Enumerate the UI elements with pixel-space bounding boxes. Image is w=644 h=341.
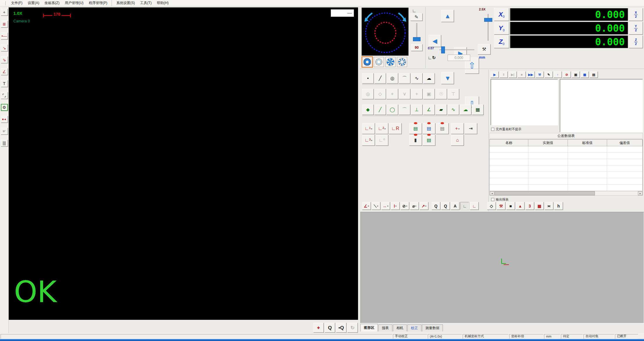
- show-option-checkbox[interactable]: [491, 128, 494, 131]
- ring-light-full-button[interactable]: [362, 57, 372, 67]
- menu-item[interactable]: 坐标系(Z): [42, 0, 62, 6]
- construct-point-line-button[interactable]: ⊥: [411, 104, 423, 115]
- save-card-button[interactable]: ▤: [423, 135, 435, 146]
- image-capture-button[interactable]: ▣: [423, 89, 435, 99]
- barcode-button[interactable]: |||: [1, 140, 8, 147]
- focus-tool-button[interactable]: +: [1, 9, 8, 16]
- edit-button[interactable]: ✎: [545, 71, 553, 78]
- save-file-button[interactable]: ▮: [409, 135, 422, 146]
- view-probe-button[interactable]: ▲: [516, 202, 525, 210]
- upload-button[interactable]: ↑: [554, 71, 562, 78]
- view-tab[interactable]: 图形区: [360, 324, 378, 331]
- record-video-button[interactable]: ■◄: [1, 116, 8, 123]
- report-view-button[interactable]: ▤: [590, 71, 598, 78]
- jog-down-button[interactable]: ▼: [441, 72, 454, 84]
- measure-line-button[interactable]: ╱: [374, 73, 386, 84]
- dim-hdistance-button[interactable]: ↔▸: [381, 202, 390, 210]
- fast-run-button[interactable]: ▶▶: [527, 71, 535, 78]
- autofocus-button[interactable]: ⌖: [313, 323, 324, 333]
- dim-leader-button[interactable]: ↗▸: [420, 202, 428, 210]
- dropdown-caret-icon[interactable]: ▸: [459, 127, 460, 130]
- pick-point-button[interactable]: ⌖: [387, 89, 398, 99]
- menu-item[interactable]: 工具(T): [137, 0, 154, 6]
- table-row[interactable]: [490, 159, 643, 165]
- table-row[interactable]: [490, 165, 643, 172]
- construct-grid-button[interactable]: ▦: [472, 104, 484, 115]
- angle-measure-button[interactable]: ∠: [1, 68, 8, 75]
- construct-curve-button[interactable]: ∿: [448, 104, 459, 115]
- measure-circle-button[interactable]: ◎: [387, 73, 398, 84]
- measure-arc-button[interactable]: ⌒: [399, 73, 410, 84]
- dropdown-caret-icon[interactable]: ▸: [377, 205, 378, 207]
- step-button[interactable]: ▶|: [509, 71, 517, 78]
- run-button[interactable]: ▶: [491, 71, 499, 78]
- dim-angle-button[interactable]: ∠▸: [362, 202, 371, 210]
- ring-light-outer-button[interactable]: [374, 57, 384, 67]
- view-section-button[interactable]: ≍: [545, 202, 553, 210]
- light-intensity-slider[interactable]: [416, 23, 417, 38]
- graphics-3d-view[interactable]: [360, 212, 644, 323]
- dim-radius-button[interactable]: ⌀▸: [410, 202, 419, 210]
- dropdown-caret-icon[interactable]: ▸: [387, 205, 389, 207]
- report-list-button[interactable]: ▤: [436, 123, 449, 134]
- stage-joystick-panel[interactable]: [362, 8, 409, 56]
- view-text-label-button[interactable]: A: [451, 202, 459, 210]
- edge-settings-button[interactable]: ≣: [1, 21, 8, 28]
- view-tool-button[interactable]: ⚒: [497, 202, 505, 210]
- table-row[interactable]: [490, 146, 643, 153]
- axis-half-button[interactable]: Y2: [629, 22, 643, 35]
- scrollbar-thumb[interactable]: [495, 191, 595, 195]
- tbar-feature-button[interactable]: ⊤: [448, 89, 459, 99]
- cross-feature-button[interactable]: +: [411, 89, 423, 99]
- abort-button[interactable]: ⊘: [563, 71, 571, 78]
- construct-point-button[interactable]: ◆: [362, 104, 374, 115]
- table-row[interactable]: [490, 172, 643, 178]
- construct-line-button[interactable]: ╱: [374, 104, 386, 115]
- point-distance-button[interactable]: •—: [1, 33, 8, 39]
- axis-half-button[interactable]: X2: [629, 8, 643, 21]
- table-row[interactable]: [490, 178, 643, 185]
- measure-line-button[interactable]: ↘: [1, 44, 8, 51]
- view-tab[interactable]: 测量数据: [422, 324, 443, 331]
- dropdown-caret-icon[interactable]: ▸: [371, 127, 372, 130]
- measure-ring-button[interactable]: ◎: [362, 89, 374, 99]
- menu-item[interactable]: 程序管理(P): [86, 0, 110, 6]
- speed-settings-button[interactable]: ⚒: [478, 44, 491, 55]
- axis-label-button[interactable]: X0: [494, 8, 509, 21]
- save-program-button[interactable]: ▤: [423, 123, 435, 134]
- light-intensity-thumb[interactable]: [413, 37, 421, 41]
- measure-polygon-button[interactable]: ◇: [374, 89, 386, 99]
- construct-contour-button[interactable]: ☁: [460, 104, 471, 115]
- dropdown-caret-icon[interactable]: ▸: [384, 127, 386, 130]
- view-solid-button[interactable]: ■: [506, 202, 515, 210]
- dim-line-button[interactable]: ⟍▸: [372, 202, 380, 210]
- dropdown-caret-icon[interactable]: ▸: [406, 205, 407, 207]
- zoom-cursor-button[interactable]: •Q: [336, 323, 346, 333]
- axis-half-button[interactable]: Z2: [629, 35, 643, 48]
- tools-button[interactable]: ⚒: [536, 71, 544, 78]
- menu-item[interactable]: 设置(A): [25, 0, 42, 6]
- menu-item[interactable]: 帮助(H): [154, 0, 171, 6]
- scroll-left-arrow[interactable]: ◂: [490, 191, 494, 195]
- view-3d-button[interactable]: 3: [525, 202, 534, 210]
- view-zoom-in-button[interactable]: Q: [432, 202, 440, 210]
- view-tab[interactable]: 相机: [393, 324, 407, 331]
- export-checkbox[interactable]: [491, 198, 494, 201]
- coord-system-2-button[interactable]: ∟²▸: [375, 123, 388, 134]
- measure-contour-button[interactable]: ☁: [423, 73, 435, 84]
- coord-system-rotate-button[interactable]: ∟R: [389, 123, 402, 134]
- camera-overlay-minimized[interactable]: —: [331, 9, 354, 17]
- menu-item[interactable]: 用户管理(U): [62, 0, 86, 6]
- table-header-cell[interactable]: 标准值: [568, 140, 607, 146]
- goto-crosshair-button[interactable]: +▸: [451, 123, 464, 134]
- measure-curve-button[interactable]: ∿: [411, 73, 423, 84]
- menu-item[interactable]: 系统设置(S): [112, 0, 137, 6]
- stop-button[interactable]: ■: [518, 71, 526, 78]
- view-axes-machine-button[interactable]: ∟: [470, 202, 479, 210]
- pan-view-button[interactable]: ☛: [1, 128, 8, 135]
- camera-settings-button[interactable]: ⚙: [1, 104, 8, 111]
- construct-plane-button[interactable]: ▰: [435, 104, 447, 115]
- construct-angle-button[interactable]: ∠: [423, 104, 435, 115]
- program-result-list[interactable]: [560, 79, 643, 132]
- go-home-button[interactable]: ⌂: [451, 135, 464, 146]
